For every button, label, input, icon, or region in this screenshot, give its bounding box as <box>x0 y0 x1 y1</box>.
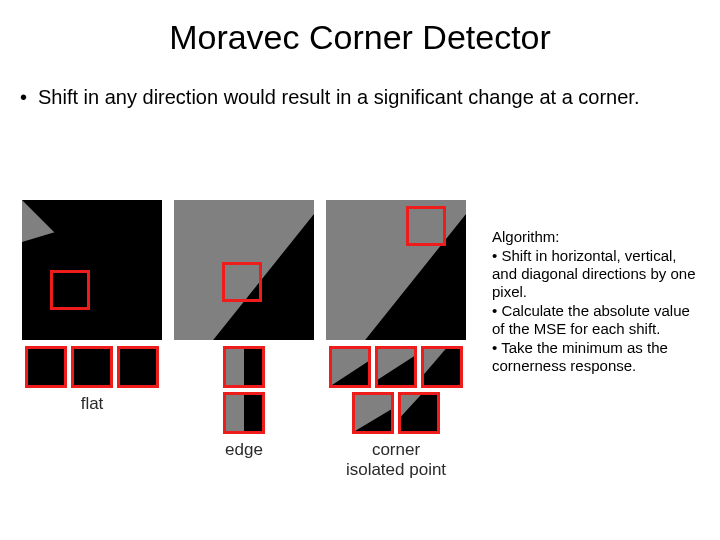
edge-label: edge <box>225 440 263 460</box>
edge-shifts <box>174 346 314 434</box>
corner-label-line2: isolated point <box>346 460 446 479</box>
algorithm-step-2: • Calculate the absolute value of the MS… <box>492 302 702 338</box>
edge-canvas <box>174 200 314 340</box>
corner-label: corner isolated point <box>346 440 446 480</box>
content-row: flat edge <box>22 200 710 480</box>
corner-canvas <box>326 200 466 340</box>
corner-shift-3 <box>421 346 463 388</box>
algorithm-step-1-text: Shift in horizontal, vertical, and diago… <box>492 247 695 300</box>
flat-window <box>50 270 90 310</box>
algorithm-step-1: • Shift in horizontal, vertical, and dia… <box>492 247 702 301</box>
flat-label: flat <box>81 394 104 414</box>
panel-flat: flat <box>22 200 162 480</box>
main-bullet: Shift in any direction would result in a… <box>0 85 720 110</box>
flat-shift-1 <box>25 346 67 388</box>
edge-window <box>222 262 262 302</box>
corner-shift-2 <box>375 346 417 388</box>
corner-shift-4 <box>352 392 394 434</box>
algorithm-step-3: • Take the minimum as the cornerness res… <box>492 339 702 375</box>
corner-shifts <box>326 346 466 434</box>
algorithm-box: Algorithm: • Shift in horizontal, vertic… <box>492 228 702 375</box>
corner-label-line1: corner <box>372 440 420 459</box>
algorithm-step-3-text: Take the minimum as the cornerness respo… <box>492 339 668 374</box>
flat-shift-3 <box>117 346 159 388</box>
flat-shift-2 <box>71 346 113 388</box>
corner-shift-1 <box>329 346 371 388</box>
edge-shift-2 <box>223 392 265 434</box>
panel-corner: corner isolated point <box>326 200 466 480</box>
panel-edge: edge <box>174 200 314 480</box>
flat-canvas <box>22 200 162 340</box>
slide-title: Moravec Corner Detector <box>0 0 720 85</box>
corner-shift-5 <box>398 392 440 434</box>
algorithm-heading: Algorithm: <box>492 228 702 246</box>
edge-shift-1 <box>223 346 265 388</box>
flat-shifts <box>22 346 162 388</box>
example-panels: flat edge <box>22 200 466 480</box>
corner-window <box>406 206 446 246</box>
algorithm-step-2-text: Calculate the absolute value of the MSE … <box>492 302 690 337</box>
